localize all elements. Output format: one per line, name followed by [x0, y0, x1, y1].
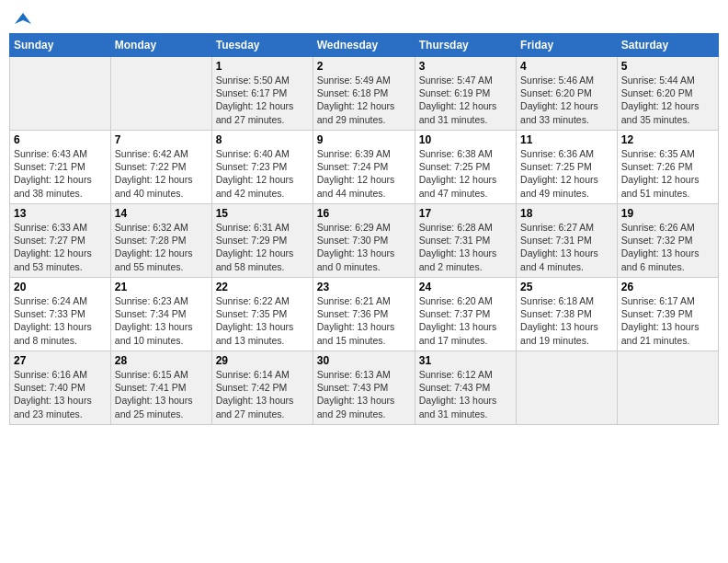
- header-tuesday: Tuesday: [211, 34, 313, 57]
- day-number: 28: [115, 354, 208, 367]
- header-wednesday: Wednesday: [313, 34, 415, 57]
- day-info: Sunrise: 6:28 AM Sunset: 7:31 PM Dayligh…: [419, 221, 512, 273]
- day-number: 7: [115, 133, 208, 146]
- day-info: Sunrise: 6:22 AM Sunset: 7:35 PM Dayligh…: [216, 294, 309, 347]
- logo-bird-icon: [15, 11, 31, 28]
- day-info: Sunrise: 6:33 AM Sunset: 7:27 PM Dayligh…: [14, 221, 107, 273]
- calendar-cell: 19Sunrise: 6:26 AM Sunset: 7:32 PM Dayli…: [617, 204, 718, 278]
- calendar-cell: 9Sunrise: 6:39 AM Sunset: 7:24 PM Daylig…: [313, 131, 415, 204]
- day-info: Sunrise: 6:31 AM Sunset: 7:29 PM Dayligh…: [216, 221, 309, 273]
- calendar-cell: 5Sunrise: 5:44 AM Sunset: 6:20 PM Daylig…: [617, 57, 718, 131]
- day-info: Sunrise: 6:21 AM Sunset: 7:36 PM Dayligh…: [317, 294, 411, 347]
- day-info: Sunrise: 6:35 AM Sunset: 7:26 PM Dayligh…: [621, 147, 714, 200]
- day-info: Sunrise: 6:12 AM Sunset: 7:43 PM Dayligh…: [419, 368, 512, 420]
- calendar-cell: 22Sunrise: 6:22 AM Sunset: 7:35 PM Dayli…: [211, 278, 313, 351]
- calendar-cell: 14Sunrise: 6:32 AM Sunset: 7:28 PM Dayli…: [110, 204, 211, 278]
- day-number: 17: [419, 207, 512, 220]
- day-number: 13: [14, 207, 107, 220]
- calendar-cell: 20Sunrise: 6:24 AM Sunset: 7:33 PM Dayli…: [10, 278, 111, 351]
- calendar-table: SundayMondayTuesdayWednesdayThursdayFrid…: [9, 33, 719, 425]
- day-info: Sunrise: 6:29 AM Sunset: 7:30 PM Dayligh…: [317, 221, 411, 273]
- day-number: 4: [520, 60, 613, 73]
- day-number: 6: [14, 133, 107, 146]
- calendar-cell: 13Sunrise: 6:33 AM Sunset: 7:27 PM Dayli…: [10, 204, 111, 278]
- calendar-week-3: 13Sunrise: 6:33 AM Sunset: 7:27 PM Dayli…: [10, 204, 719, 278]
- calendar-cell: 2Sunrise: 5:49 AM Sunset: 6:18 PM Daylig…: [313, 57, 415, 131]
- calendar-cell: 15Sunrise: 6:31 AM Sunset: 7:29 PM Dayli…: [211, 204, 313, 278]
- day-number: 27: [14, 354, 107, 367]
- calendar-cell: [110, 57, 211, 131]
- day-number: 18: [520, 207, 613, 220]
- calendar-cell: 21Sunrise: 6:23 AM Sunset: 7:34 PM Dayli…: [110, 278, 211, 351]
- day-info: Sunrise: 6:26 AM Sunset: 7:32 PM Dayligh…: [621, 221, 714, 273]
- header-monday: Monday: [110, 34, 211, 57]
- day-number: 1: [216, 60, 309, 73]
- calendar-cell: 28Sunrise: 6:15 AM Sunset: 7:41 PM Dayli…: [110, 351, 211, 425]
- day-number: 22: [216, 281, 309, 293]
- day-info: Sunrise: 5:50 AM Sunset: 6:17 PM Dayligh…: [216, 74, 309, 126]
- day-info: Sunrise: 6:42 AM Sunset: 7:22 PM Dayligh…: [115, 147, 208, 200]
- calendar-cell: 6Sunrise: 6:43 AM Sunset: 7:21 PM Daylig…: [10, 131, 111, 204]
- day-number: 29: [216, 354, 309, 367]
- day-number: 20: [14, 281, 107, 293]
- calendar-cell: 23Sunrise: 6:21 AM Sunset: 7:36 PM Dayli…: [313, 278, 415, 351]
- calendar-week-4: 20Sunrise: 6:24 AM Sunset: 7:33 PM Dayli…: [10, 278, 719, 351]
- day-number: 21: [115, 281, 208, 293]
- day-info: Sunrise: 6:14 AM Sunset: 7:42 PM Dayligh…: [216, 368, 309, 420]
- calendar-cell: 25Sunrise: 6:18 AM Sunset: 7:38 PM Dayli…: [517, 278, 618, 351]
- day-info: Sunrise: 6:40 AM Sunset: 7:23 PM Dayligh…: [216, 147, 309, 200]
- day-number: 12: [621, 133, 714, 146]
- day-info: Sunrise: 6:13 AM Sunset: 7:43 PM Dayligh…: [317, 368, 411, 420]
- day-number: 15: [216, 207, 309, 220]
- day-info: Sunrise: 5:49 AM Sunset: 6:18 PM Dayligh…: [317, 74, 411, 126]
- day-number: 26: [621, 281, 714, 293]
- day-number: 2: [317, 60, 411, 73]
- day-number: 11: [520, 133, 613, 146]
- day-number: 9: [317, 133, 411, 146]
- day-number: 23: [317, 281, 411, 293]
- calendar-cell: 4Sunrise: 5:46 AM Sunset: 6:20 PM Daylig…: [517, 57, 618, 131]
- day-info: Sunrise: 6:38 AM Sunset: 7:25 PM Dayligh…: [419, 147, 512, 200]
- calendar-cell: [10, 57, 111, 131]
- calendar-cell: 10Sunrise: 6:38 AM Sunset: 7:25 PM Dayli…: [415, 131, 516, 204]
- day-number: 24: [419, 281, 512, 293]
- day-info: Sunrise: 6:27 AM Sunset: 7:31 PM Dayligh…: [520, 221, 613, 273]
- logo: [13, 13, 31, 28]
- day-info: Sunrise: 6:17 AM Sunset: 7:39 PM Dayligh…: [621, 294, 714, 347]
- calendar-cell: 3Sunrise: 5:47 AM Sunset: 6:19 PM Daylig…: [415, 57, 516, 131]
- day-info: Sunrise: 6:36 AM Sunset: 7:25 PM Dayligh…: [520, 147, 613, 200]
- day-number: 30: [317, 354, 411, 367]
- page-header: [9, 9, 719, 28]
- header-sunday: Sunday: [10, 34, 111, 57]
- day-number: 14: [115, 207, 208, 220]
- svg-marker-0: [15, 13, 31, 24]
- calendar-cell: 26Sunrise: 6:17 AM Sunset: 7:39 PM Dayli…: [617, 278, 718, 351]
- calendar-cell: 18Sunrise: 6:27 AM Sunset: 7:31 PM Dayli…: [517, 204, 618, 278]
- calendar-cell: [517, 351, 618, 425]
- day-number: 31: [419, 354, 512, 367]
- calendar-cell: 7Sunrise: 6:42 AM Sunset: 7:22 PM Daylig…: [110, 131, 211, 204]
- day-info: Sunrise: 5:47 AM Sunset: 6:19 PM Dayligh…: [419, 74, 512, 126]
- calendar-cell: 16Sunrise: 6:29 AM Sunset: 7:30 PM Dayli…: [313, 204, 415, 278]
- calendar-cell: 24Sunrise: 6:20 AM Sunset: 7:37 PM Dayli…: [415, 278, 516, 351]
- calendar-cell: 27Sunrise: 6:16 AM Sunset: 7:40 PM Dayli…: [10, 351, 111, 425]
- calendar-cell: 11Sunrise: 6:36 AM Sunset: 7:25 PM Dayli…: [517, 131, 618, 204]
- day-number: 3: [419, 60, 512, 73]
- calendar-week-1: 1Sunrise: 5:50 AM Sunset: 6:17 PM Daylig…: [10, 57, 719, 131]
- calendar-week-5: 27Sunrise: 6:16 AM Sunset: 7:40 PM Dayli…: [10, 351, 719, 425]
- day-number: 19: [621, 207, 714, 220]
- day-number: 8: [216, 133, 309, 146]
- calendar-cell: 30Sunrise: 6:13 AM Sunset: 7:43 PM Dayli…: [313, 351, 415, 425]
- day-info: Sunrise: 6:39 AM Sunset: 7:24 PM Dayligh…: [317, 147, 411, 200]
- calendar-week-2: 6Sunrise: 6:43 AM Sunset: 7:21 PM Daylig…: [10, 131, 719, 204]
- day-info: Sunrise: 6:16 AM Sunset: 7:40 PM Dayligh…: [14, 368, 107, 420]
- day-info: Sunrise: 5:46 AM Sunset: 6:20 PM Dayligh…: [520, 74, 613, 126]
- day-info: Sunrise: 6:20 AM Sunset: 7:37 PM Dayligh…: [419, 294, 512, 347]
- day-info: Sunrise: 6:24 AM Sunset: 7:33 PM Dayligh…: [14, 294, 107, 347]
- calendar-cell: 31Sunrise: 6:12 AM Sunset: 7:43 PM Dayli…: [415, 351, 516, 425]
- calendar-cell: [617, 351, 718, 425]
- day-info: Sunrise: 6:43 AM Sunset: 7:21 PM Dayligh…: [14, 147, 107, 200]
- day-info: Sunrise: 6:23 AM Sunset: 7:34 PM Dayligh…: [115, 294, 208, 347]
- calendar-cell: 8Sunrise: 6:40 AM Sunset: 7:23 PM Daylig…: [211, 131, 313, 204]
- day-number: 10: [419, 133, 512, 146]
